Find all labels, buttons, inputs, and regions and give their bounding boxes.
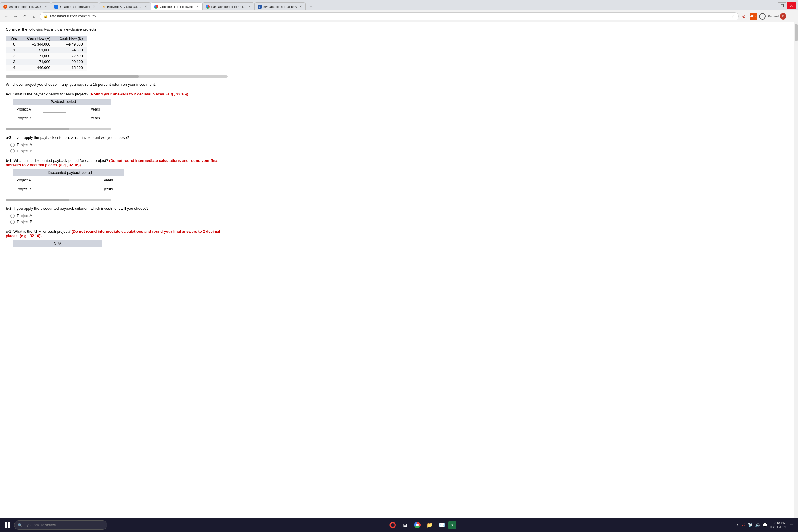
- radio-group-a2: Project A Project B: [11, 142, 228, 153]
- new-tab-button[interactable]: +: [307, 2, 315, 11]
- payback-input-a[interactable]: [43, 106, 66, 113]
- tab-payback[interactable]: payback period formul... ✕: [203, 2, 254, 11]
- user-avatar[interactable]: P: [780, 13, 786, 20]
- tab4-close[interactable]: ✕: [195, 5, 199, 8]
- system-tray-up[interactable]: ∧: [736, 522, 739, 527]
- vpn-icon[interactable]: [759, 13, 766, 20]
- q-c1-label: c-1: [6, 229, 12, 234]
- cfb-1: 24,600: [55, 47, 87, 53]
- security-icon[interactable]: 🛡: [741, 522, 745, 527]
- taskbar-right: ∧ 🛡 📡 🔊 💬 2:18 PM 10/10/2019 ▭: [736, 520, 796, 530]
- year-2: 2: [6, 53, 22, 59]
- taskbar-search[interactable]: 🔍: [14, 520, 107, 530]
- page-scroll-container[interactable]: Consider the following two mutually excl…: [0, 22, 798, 532]
- radio-a2-a-input[interactable]: [11, 143, 15, 147]
- show-desktop-icon[interactable]: ▭: [788, 522, 793, 527]
- tab-assignments[interactable]: A Assignments: FIN 3504 ✕: [0, 2, 51, 11]
- taskbar-time-display: 2:18 PM: [770, 520, 786, 525]
- discounted-input-b[interactable]: [43, 186, 66, 192]
- payback-label-b: Project B: [13, 114, 39, 122]
- notifications-icon[interactable]: 💬: [762, 522, 767, 527]
- taskbar-clock[interactable]: 2:18 PM 10/10/2019: [770, 520, 786, 530]
- col-year: Year: [6, 36, 22, 41]
- discounted-header: Discounted payback period: [39, 169, 101, 176]
- mail-icon[interactable]: ✉️: [436, 519, 448, 531]
- radio-group-b2: Project A Project B: [11, 213, 228, 224]
- bookmark-icon[interactable]: ☆: [731, 14, 735, 19]
- radio-b2-a-label: Project A: [17, 213, 32, 218]
- discounted-input-a[interactable]: [43, 177, 66, 184]
- table-scrollbar[interactable]: [6, 75, 228, 78]
- close-button[interactable]: ✕: [787, 2, 796, 10]
- extensions-icon[interactable]: ⊘: [741, 13, 747, 20]
- refresh-button[interactable]: ↻: [21, 13, 28, 20]
- year-4: 4: [6, 65, 22, 71]
- adblock-icon[interactable]: ABP: [750, 13, 757, 20]
- radio-b2-project-b[interactable]: Project B: [11, 220, 228, 224]
- home-button[interactable]: ⌂: [30, 13, 38, 20]
- payback-scrollbar[interactable]: [6, 128, 111, 130]
- radio-b2-a-input[interactable]: [11, 214, 15, 218]
- volume-icon[interactable]: 🔊: [755, 522, 760, 527]
- cfa-1: 51,000: [22, 47, 55, 53]
- table-row: 3 71,000 20,100: [6, 59, 88, 65]
- tab-chapter9[interactable]: Chapter 9 Homework ✕: [51, 2, 99, 11]
- q-a1-instruction: (Round your answers to 2 decimal places.…: [90, 92, 188, 96]
- tab2-close[interactable]: ✕: [92, 5, 96, 8]
- cfb-2: 22,600: [55, 53, 87, 59]
- radio-a2-project-b[interactable]: Project B: [11, 149, 228, 153]
- discounted-row-b: Project B years: [13, 185, 124, 193]
- excel-icon[interactable]: X: [448, 521, 456, 529]
- question-a1: a-1 What is the payback period for each …: [6, 92, 228, 96]
- file-explorer-icon[interactable]: 📁: [424, 519, 435, 531]
- discounted-scrollbar[interactable]: [6, 198, 111, 201]
- radio-a2-project-a[interactable]: Project A: [11, 142, 228, 147]
- radio-a2-b-input[interactable]: [11, 149, 15, 153]
- q-b2-label: b-2: [6, 206, 12, 211]
- start-button[interactable]: [2, 520, 13, 530]
- network-icon[interactable]: 📡: [748, 522, 753, 527]
- radio-b2-b-label: Project B: [17, 220, 32, 224]
- tab5-close[interactable]: ✕: [247, 5, 251, 8]
- tab6-close[interactable]: ✕: [299, 5, 302, 8]
- cortana-icon[interactable]: ⭕: [387, 519, 399, 531]
- task-view-icon[interactable]: ⊞: [399, 519, 411, 531]
- payback-table: Payback period Project A years Project B…: [13, 99, 111, 122]
- payback-scrollbar-thumb: [6, 128, 69, 130]
- payback-input-b[interactable]: [43, 115, 66, 121]
- radio-b2-b-input[interactable]: [11, 220, 15, 224]
- page-content: Consider the following two mutually excl…: [0, 22, 233, 274]
- tab-bartleby[interactable]: b My Questions | bartleby ✕: [254, 2, 306, 11]
- tab2-favicon: [54, 5, 58, 9]
- cfa-2: 71,000: [22, 53, 55, 59]
- radio-b2-project-a[interactable]: Project A: [11, 213, 228, 218]
- q-a1-label: a-1: [6, 92, 12, 96]
- tab-consider[interactable]: Consider The Following ✕: [151, 2, 202, 11]
- back-button[interactable]: ←: [2, 13, 10, 20]
- discounted-label-a: Project A: [13, 176, 39, 185]
- scrollbar-track[interactable]: [794, 22, 798, 518]
- scrollbar-thumb[interactable]: [795, 24, 798, 41]
- search-input[interactable]: [25, 523, 103, 527]
- minimize-button[interactable]: ─: [769, 2, 777, 10]
- discounted-table: Discounted payback period Project A year…: [13, 169, 124, 193]
- question-b1: b-1 What is the discounted payback perio…: [6, 158, 228, 167]
- tab3-close[interactable]: ✕: [144, 5, 148, 8]
- tab5-favicon: [206, 5, 210, 9]
- address-bar[interactable]: 🔒 ezto.mheducation.com/hm.tpx ☆: [40, 12, 739, 20]
- cfb-0: –$ 49,000: [55, 41, 87, 47]
- menu-icon[interactable]: ⋮: [788, 13, 796, 20]
- taskbar: 🔍 ⭕ ⊞ 📁 ✉️ X ∧ 🛡 📡 🔊 💬 2:18 PM 10/10/201…: [0, 518, 798, 532]
- tab-bar: A Assignments: FIN 3504 ✕ Chapter 9 Home…: [0, 0, 798, 11]
- secure-icon: 🔒: [43, 14, 48, 18]
- tab3-label: [Solved] Buy Coastal, In...: [107, 5, 142, 8]
- restore-button[interactable]: ❐: [778, 2, 786, 10]
- chrome-taskbar-icon[interactable]: [412, 519, 423, 531]
- tab1-close[interactable]: ✕: [44, 5, 48, 8]
- forward-button[interactable]: →: [12, 13, 19, 20]
- nav-icons: ⊘ ABP Paused P ⋮: [741, 13, 796, 20]
- paused-text: Paused: [768, 15, 779, 18]
- table-row: 2 71,000 22,600: [6, 53, 88, 59]
- tab1-label: Assignments: FIN 3504: [9, 5, 42, 8]
- tab-solved[interactable]: ★ [Solved] Buy Coastal, In... ✕: [99, 2, 151, 11]
